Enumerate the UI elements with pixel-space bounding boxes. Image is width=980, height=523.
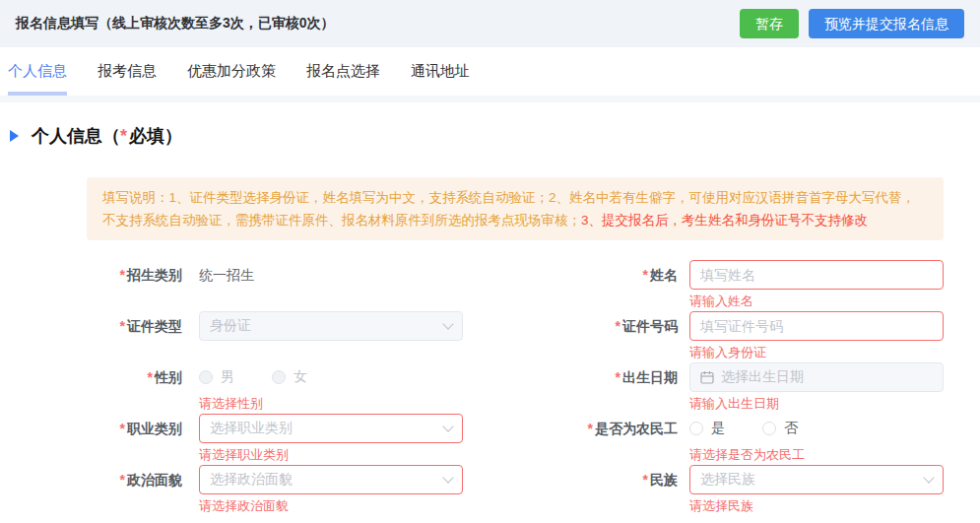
- page-title: 报名信息填写（线上审核次数至多3次，已审核0次）: [16, 15, 335, 33]
- save-draft-button[interactable]: 暂存: [740, 9, 799, 38]
- gender-label: *性别: [0, 362, 199, 392]
- notice-warning-text: 3、提交报名后，考生姓名和身份证号不支持修改: [581, 213, 868, 228]
- radio-circle-icon: [272, 370, 286, 384]
- tab-contact-address[interactable]: 通讯地址: [411, 47, 470, 96]
- birth-date-picker: 选择出生日期: [689, 362, 944, 392]
- form-row: *政治面貌 选择政治面貌 请选择政治面貌 *民族 选择民族: [0, 465, 980, 516]
- ethnicity-select[interactable]: 选择民族: [689, 465, 944, 494]
- id-number-input[interactable]: [689, 311, 944, 341]
- caret-right-icon: [10, 130, 19, 142]
- tab-registration-point[interactable]: 报名点选择: [306, 47, 380, 96]
- form-row: *性别 男 女 请选择性别 *出生日期: [0, 362, 980, 414]
- political-status-label: *政治面貌: [0, 465, 199, 494]
- political-status-select[interactable]: 选择政治面貌: [199, 465, 463, 494]
- birth-date-error-hint: 请输入出生日期: [689, 395, 944, 413]
- form-row: *招生类别 统一招生 *姓名 请输入姓名: [0, 260, 980, 311]
- enrollment-category-label: *招生类别: [0, 260, 199, 290]
- gender-error-hint: 请选择性别: [199, 395, 307, 413]
- birth-date-label: *出生日期: [471, 362, 689, 392]
- radio-circle-icon: [762, 422, 776, 435]
- tab-exam-info[interactable]: 报考信息: [98, 47, 157, 96]
- calendar-icon: [700, 370, 714, 384]
- preview-submit-button[interactable]: 预览并提交报名信息: [809, 9, 964, 38]
- section-title: 个人信息（*必填）: [0, 124, 980, 148]
- migrant-worker-label: *是否为农民工: [471, 414, 689, 443]
- migrant-worker-error-hint: 请选择是否为农民工: [689, 446, 805, 464]
- occupation-category-label: *职业类别: [0, 414, 199, 443]
- id-number-error-hint: 请输入身份证: [689, 344, 944, 361]
- section-divider: [0, 96, 980, 102]
- ethnicity-error-hint: 请选择民族: [689, 497, 944, 515]
- occupation-category-select[interactable]: 选择职业类别: [199, 414, 463, 443]
- name-error-hint: 请输入姓名: [689, 293, 944, 310]
- migrant-worker-yes-radio[interactable]: 是: [689, 420, 725, 437]
- tab-bonus-policy[interactable]: 优惠加分政策: [187, 47, 276, 96]
- chevron-down-icon: [442, 421, 453, 431]
- registration-form-page: 报名信息填写（线上审核次数至多3次，已审核0次） 暂存 预览并提交报名信息 个人…: [0, 0, 980, 516]
- gender-male-radio: 男: [199, 368, 234, 386]
- topbar: 报名信息填写（线上审核次数至多3次，已审核0次） 暂存 预览并提交报名信息: [0, 0, 980, 47]
- form-row: *证件类型 身份证 *证件号码 请输入身份证: [0, 311, 980, 362]
- political-status-error-hint: 请选择政治面貌: [199, 497, 463, 515]
- section-title-text: 个人信息（*必填）: [32, 124, 182, 148]
- name-label: *姓名: [471, 260, 689, 290]
- radio-circle-icon: [199, 370, 213, 384]
- ethnicity-label: *民族: [471, 465, 689, 494]
- name-input[interactable]: [689, 260, 944, 290]
- migrant-worker-radio-group: 是 否: [689, 414, 805, 443]
- chevron-down-icon: [923, 472, 934, 483]
- form-row: *职业类别 选择职业类别 请选择职业类别 *是否为农民工 是: [0, 414, 980, 465]
- radio-circle-icon: [689, 422, 703, 435]
- id-number-label: *证件号码: [471, 311, 689, 341]
- chevron-down-icon: [442, 472, 453, 483]
- personal-info-section: 个人信息（*必填） 填写说明：1、证件类型选择身份证，姓名填写为中文，支持系统自…: [0, 102, 980, 516]
- id-type-label: *证件类型: [0, 311, 199, 341]
- tab-personal-info[interactable]: 个人信息: [8, 47, 67, 96]
- gender-female-radio: 女: [272, 368, 307, 386]
- chevron-down-icon: [442, 318, 453, 329]
- id-type-select: 身份证: [199, 311, 463, 341]
- personal-info-form: *招生类别 统一招生 *姓名 请输入姓名 *证件类型: [0, 260, 980, 516]
- notice-box: 填写说明：1、证件类型选择身份证，姓名填写为中文，支持系统自动验证；2、姓名中若…: [87, 177, 944, 240]
- topbar-actions: 暂存 预览并提交报名信息: [740, 9, 964, 38]
- occupation-category-error-hint: 请选择职业类别: [199, 446, 463, 464]
- tab-bar: 个人信息 报考信息 优惠加分政策 报名点选择 通讯地址: [0, 47, 980, 96]
- enrollment-category-value: 统一招生: [199, 260, 254, 290]
- migrant-worker-no-radio[interactable]: 否: [762, 420, 798, 437]
- gender-radio-group: 男 女: [199, 362, 307, 392]
